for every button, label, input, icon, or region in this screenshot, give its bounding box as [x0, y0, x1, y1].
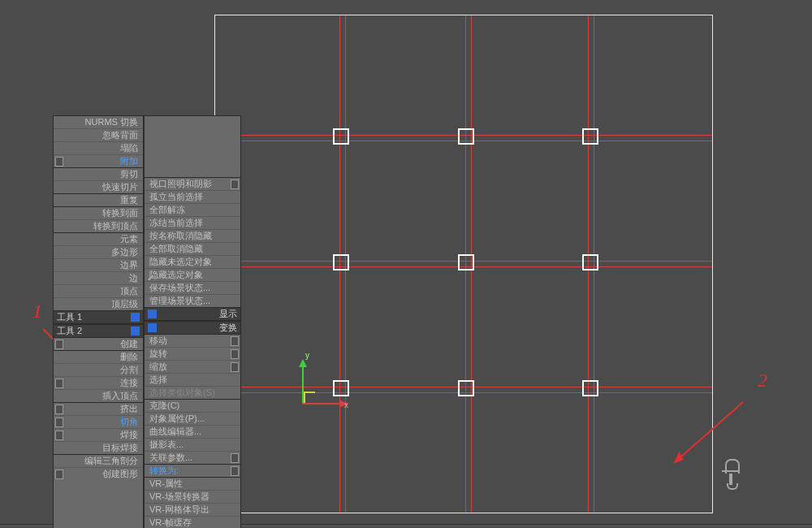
submenu-icon: [55, 340, 63, 349]
menu-item[interactable]: 多边形: [54, 245, 143, 258]
quad-left-bottom: 创建删除分割连接插入顶点挤出切角焊接目标焊接编辑三角剖分创建图形: [54, 338, 143, 480]
menu-item[interactable]: 保存场景状态...: [145, 281, 240, 294]
submenu-icon: [55, 157, 63, 167]
menu-item[interactable]: 摄影表...: [145, 438, 240, 451]
quad-right-column: 视口照明和阴影孤立当前选择全部解冻冻结当前选择按名称取消隐藏全部取消隐藏隐藏未选…: [144, 115, 241, 528]
menu-item[interactable]: 转换到顶点: [54, 219, 143, 232]
vertex-handle[interactable]: [458, 128, 474, 145]
menu-item[interactable]: 曲线编辑器...: [145, 425, 240, 438]
menu-item[interactable]: 选择类似对象(S): [145, 386, 240, 399]
quad-header-tools2: 工具 2: [54, 324, 143, 338]
menu-item[interactable]: 转换为:: [145, 464, 240, 477]
menu-item[interactable]: 快速切片: [54, 180, 143, 193]
vertex-handle[interactable]: [333, 380, 349, 396]
submenu-icon: [231, 349, 239, 359]
menu-item[interactable]: VR-帧缓存: [145, 516, 240, 528]
menu-item[interactable]: 顶层级: [54, 297, 143, 310]
menu-item[interactable]: 顶点: [54, 284, 143, 297]
submenu-icon: [55, 418, 63, 427]
quad-right-top: 视口照明和阴影孤立当前选择全部解冻冻结当前选择按名称取消隐藏全部取消隐藏隐藏未选…: [145, 177, 240, 307]
menu-item[interactable]: 按名称取消隐藏: [145, 229, 240, 242]
menu-item[interactable]: 全部解冻: [145, 203, 240, 216]
menu-item[interactable]: 删除: [54, 350, 143, 363]
quad-left-column: NURMS 切换忽略背面塌陷附加剪切快速切片重复转换到面转换到顶点元素多边形边界…: [53, 115, 144, 528]
vertex-handle[interactable]: [333, 128, 349, 145]
menu-item[interactable]: VR-属性: [145, 477, 240, 490]
vertex-handle[interactable]: [582, 380, 598, 396]
menu-item[interactable]: 关联参数...: [145, 451, 240, 464]
menu-item[interactable]: 转换到面: [54, 206, 143, 219]
vertex-handle[interactable]: [582, 254, 598, 270]
submenu-icon: [231, 180, 239, 189]
menu-item[interactable]: 全部取消隐藏: [145, 242, 240, 255]
submenu-icon: [231, 336, 239, 346]
quad-header-tools1: 工具 1: [54, 310, 143, 324]
submenu-icon: [231, 453, 239, 463]
quad-right-bottom: 移动旋转缩放选择选择类似对象(S)克隆(C)对象属性(P)...曲线编辑器...…: [145, 335, 240, 528]
submenu-icon: [55, 431, 63, 440]
vertex-handle[interactable]: [582, 128, 598, 145]
menu-item[interactable]: 冻结当前选择: [145, 216, 240, 229]
menu-item[interactable]: 克隆(C): [145, 399, 240, 412]
annotation-arrow-2: [666, 398, 747, 471]
menu-item[interactable]: 塌陷: [54, 141, 143, 154]
menu-item[interactable]: 视口照明和阴影: [145, 178, 240, 190]
menu-item[interactable]: VR-网格体导出: [145, 503, 240, 516]
menu-item[interactable]: 切角: [54, 415, 143, 428]
quad-header-display: 显示: [145, 307, 240, 321]
submenu-icon: [55, 379, 63, 388]
menu-item[interactable]: 边: [54, 271, 143, 284]
menu-item[interactable]: 附加: [54, 154, 143, 167]
menu-item[interactable]: 旋转: [145, 347, 240, 360]
menu-item[interactable]: 忽略背面: [54, 128, 143, 141]
submenu-icon: [55, 405, 63, 414]
menu-item[interactable]: 元素: [54, 232, 143, 245]
menu-item[interactable]: 隐藏未选定对象: [145, 255, 240, 268]
quad-menu: NURMS 切换忽略背面塌陷附加剪切快速切片重复转换到面转换到顶点元素多边形边界…: [53, 115, 241, 528]
menu-item[interactable]: NURMS 切换: [54, 116, 143, 128]
submenu-icon: [231, 466, 239, 476]
menu-item[interactable]: 插入顶点: [54, 389, 143, 402]
menu-item[interactable]: 挤出: [54, 402, 143, 415]
submenu-icon: [231, 362, 239, 372]
menu-item[interactable]: VR-场景转换器: [145, 490, 240, 503]
menu-item[interactable]: 移动: [145, 335, 240, 347]
submenu-icon: [55, 470, 63, 479]
svg-line-2: [674, 402, 743, 463]
menu-item[interactable]: 对象属性(P)...: [145, 412, 240, 425]
vertex-handle[interactable]: [333, 254, 349, 270]
menu-item[interactable]: 剪切: [54, 167, 143, 180]
menu-item[interactable]: 编辑三角剖分: [54, 454, 143, 467]
menu-item[interactable]: 边界: [54, 258, 143, 271]
menu-item[interactable]: 孤立当前选择: [145, 190, 240, 203]
vertex-handle[interactable]: [458, 254, 474, 270]
quad-left-top: NURMS 切换忽略背面塌陷附加剪切快速切片重复转换到面转换到顶点元素多边形边界…: [54, 116, 143, 310]
menu-item[interactable]: 隐藏选定对象: [145, 268, 240, 281]
annotation-one: 1: [32, 301, 42, 322]
menu-item[interactable]: 连接: [54, 376, 143, 389]
menu-item[interactable]: 创建: [54, 338, 143, 350]
menu-item[interactable]: 缩放: [145, 360, 240, 373]
menu-item[interactable]: 目标焊接: [54, 441, 143, 454]
menu-item[interactable]: 管理场景状态...: [145, 294, 240, 307]
menu-item[interactable]: 选择: [145, 373, 240, 386]
menu-item[interactable]: 分割: [54, 363, 143, 376]
annotation-two: 2: [758, 370, 767, 392]
vertex-handle[interactable]: [458, 380, 474, 396]
menu-item[interactable]: 创建图形: [54, 467, 143, 480]
svg-marker-3: [674, 452, 684, 463]
menu-item[interactable]: 重复: [54, 193, 143, 206]
menu-item[interactable]: 焊接: [54, 428, 143, 441]
quad-header-transform: 变换: [145, 321, 240, 335]
